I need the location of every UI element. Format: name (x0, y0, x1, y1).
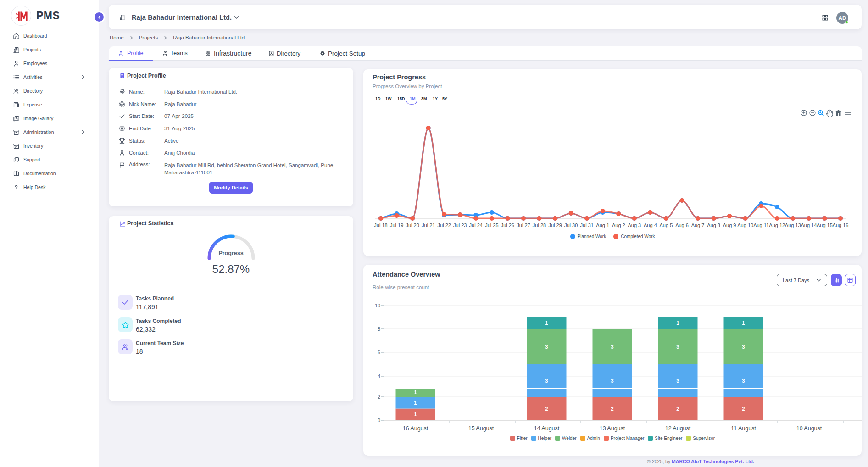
svg-text:Aug 2: Aug 2 (612, 222, 625, 228)
svg-text:Aug 3: Aug 3 (628, 222, 641, 228)
svg-text:Aug 9: Aug 9 (723, 222, 736, 228)
svg-text:2: 2 (742, 406, 745, 411)
svg-text:1: 1 (414, 389, 417, 395)
svg-text:Aug 14: Aug 14 (801, 222, 817, 228)
svg-text:10 August: 10 August (796, 425, 822, 432)
svg-text:4: 4 (378, 373, 380, 379)
svg-text:0: 0 (378, 417, 380, 423)
svg-text:Aug 11: Aug 11 (753, 222, 769, 228)
svg-text:Jul 22: Jul 22 (438, 222, 451, 228)
svg-text:12 August: 12 August (665, 425, 691, 432)
svg-text:Jul 18: Jul 18 (374, 222, 387, 228)
svg-text:15 August: 15 August (468, 425, 494, 432)
svg-text:3: 3 (742, 344, 745, 350)
svg-text:3: 3 (676, 378, 679, 384)
svg-text:Jul 19: Jul 19 (390, 222, 403, 228)
svg-text:Aug 13: Aug 13 (785, 222, 801, 228)
svg-text:6: 6 (378, 350, 380, 355)
svg-text:Jul 21: Jul 21 (422, 222, 435, 228)
svg-text:1: 1 (545, 320, 548, 326)
svg-text:Jul 27: Jul 27 (517, 222, 530, 228)
svg-text:1: 1 (414, 400, 417, 406)
svg-text:3: 3 (742, 378, 745, 384)
svg-text:Aug 15: Aug 15 (817, 222, 833, 228)
svg-text:3: 3 (676, 344, 679, 350)
svg-text:2: 2 (545, 406, 548, 411)
svg-text:Aug 10: Aug 10 (737, 222, 753, 228)
svg-text:Aug 8: Aug 8 (707, 222, 720, 228)
svg-text:3: 3 (545, 344, 548, 350)
svg-text:Aug 1: Aug 1 (596, 222, 609, 228)
svg-text:Aug 6: Aug 6 (675, 222, 689, 228)
svg-text:Jul 28: Jul 28 (533, 222, 546, 228)
svg-text:Jul 24: Jul 24 (469, 222, 483, 228)
svg-text:Jul 25: Jul 25 (485, 222, 498, 228)
svg-text:Aug 4: Aug 4 (644, 222, 657, 228)
svg-text:13 August: 13 August (600, 425, 625, 432)
svg-text:3: 3 (611, 378, 613, 384)
svg-text:1: 1 (742, 320, 745, 326)
svg-text:Aug 7: Aug 7 (691, 222, 705, 228)
svg-text:10: 10 (375, 303, 380, 308)
svg-text:Aug 12: Aug 12 (769, 222, 785, 228)
svg-text:1: 1 (414, 411, 417, 417)
svg-text:Aug 16: Aug 16 (833, 222, 849, 228)
svg-text:14 August: 14 August (534, 425, 560, 432)
svg-text:2: 2 (611, 406, 613, 411)
svg-text:2: 2 (378, 394, 380, 400)
svg-text:Jul 23: Jul 23 (453, 222, 467, 228)
svg-text:Aug 5: Aug 5 (660, 222, 673, 228)
svg-text:2: 2 (676, 406, 679, 411)
svg-text:16 August: 16 August (403, 425, 428, 432)
svg-text:Jul 31: Jul 31 (580, 222, 594, 228)
svg-text:11 August: 11 August (731, 425, 756, 432)
svg-text:1: 1 (676, 320, 679, 326)
svg-text:3: 3 (545, 378, 548, 384)
svg-text:Jul 29: Jul 29 (548, 222, 562, 228)
svg-text:Jul 30: Jul 30 (564, 222, 578, 228)
svg-text:3: 3 (611, 344, 613, 350)
svg-text:Jul 20: Jul 20 (406, 222, 419, 228)
svg-text:8: 8 (378, 326, 380, 332)
svg-text:Jul 26: Jul 26 (501, 222, 514, 228)
